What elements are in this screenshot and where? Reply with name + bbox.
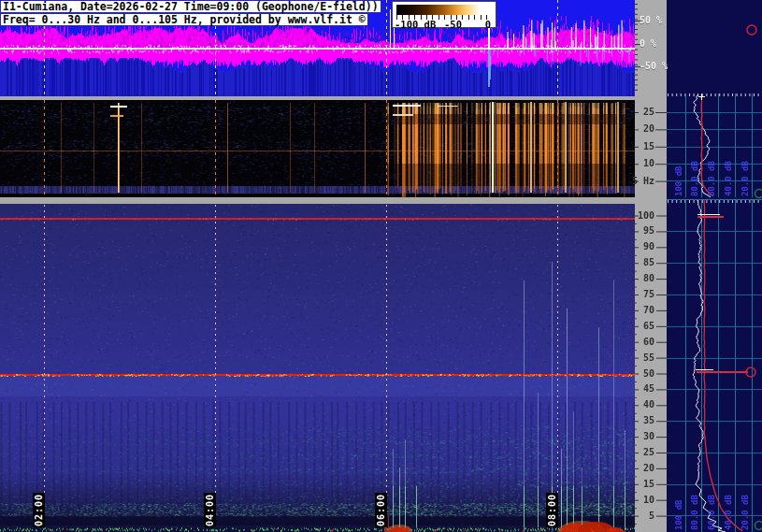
efield-tick-label: 40 [632, 399, 654, 410]
efield-tick-label: 85 [632, 257, 654, 267]
colorbar-mid-label: -50 [444, 19, 462, 30]
time-label: 04:00 [204, 493, 216, 527]
efield-tick-label: 70 [632, 305, 654, 315]
db-axis-label: 20.0 dB [740, 483, 752, 530]
efield-tick-label: 65 [632, 321, 654, 331]
geophone-tick-label: 5 Hz [632, 176, 654, 186]
vlf-monitor-screen: I1-Cumiana, Date=2026-02-27 Time=09:00 (… [0, 0, 762, 532]
geophone-tick-label: 10 [632, 158, 654, 168]
db-axis-label: 80.0 dB [690, 483, 701, 530]
efield-tick-label: 45 [632, 383, 654, 394]
geophone-tick-label: 20 [632, 123, 654, 134]
time-label: 02:00 [33, 493, 45, 527]
efield-tick-label: 35 [632, 415, 654, 425]
geophone-tick-label: 15 [632, 141, 654, 151]
efield-tick-label: 90 [632, 241, 654, 252]
amplitude-tick-label: 0 % [640, 38, 656, 49]
efield-tick-label: 80 [632, 273, 654, 283]
time-label: 06:00 [375, 493, 387, 527]
efield-tick-label: 25 [632, 447, 654, 457]
efield-tick-label: 50 [632, 368, 654, 379]
efield-tick-label: 5 [632, 510, 654, 521]
time-label: 08:00 [546, 493, 558, 527]
efield-tick-label: 100 [632, 210, 654, 221]
colorbar-gradient [396, 5, 492, 15]
frequency-subtitle: Freq= 0...30 Hz and 0...105 Hz, provided… [0, 13, 368, 26]
amplitude-tick-label: 50 % [640, 15, 662, 25]
efield-tick-label: 15 [632, 479, 654, 489]
db-axis-label: 100 dB [674, 483, 685, 530]
amplitude-tick-label: -50 % [640, 61, 668, 71]
geophone-tick-label: 25 [632, 107, 654, 117]
efield-tick-label: 20 [632, 463, 654, 473]
db-axis-label: 60.0 dB [707, 483, 718, 530]
colorbar-max-label: 0 [485, 19, 491, 30]
station-title: I1-Cumiana, Date=2026-02-27 Time=09:00 (… [0, 0, 381, 13]
efield-tick-label: 95 [632, 225, 654, 236]
colorbar-labels: -100 dB -50 0 [393, 19, 496, 29]
efield-tick-label: 60 [632, 337, 654, 347]
db-axis-label: 40.0 dB [724, 150, 735, 196]
db-axis-label: 80.0 dB [690, 150, 701, 196]
db-colorbar: -100 dB -50 0 [392, 1, 496, 28]
db-axis-label: 100 dB [674, 150, 685, 196]
db-axis-label: 20.0 dB [740, 150, 752, 196]
db-axis-label: 60.0 dB [707, 150, 718, 196]
efield-tick-label: 55 [632, 352, 654, 363]
efield-tick-label: 75 [632, 289, 654, 299]
efield-tick-label: 10 [632, 495, 654, 505]
efield-tick-label: 30 [632, 431, 654, 441]
colorbar-min-label: -100 dB [395, 19, 436, 30]
db-axis-label: 40.0 dB [724, 483, 735, 530]
